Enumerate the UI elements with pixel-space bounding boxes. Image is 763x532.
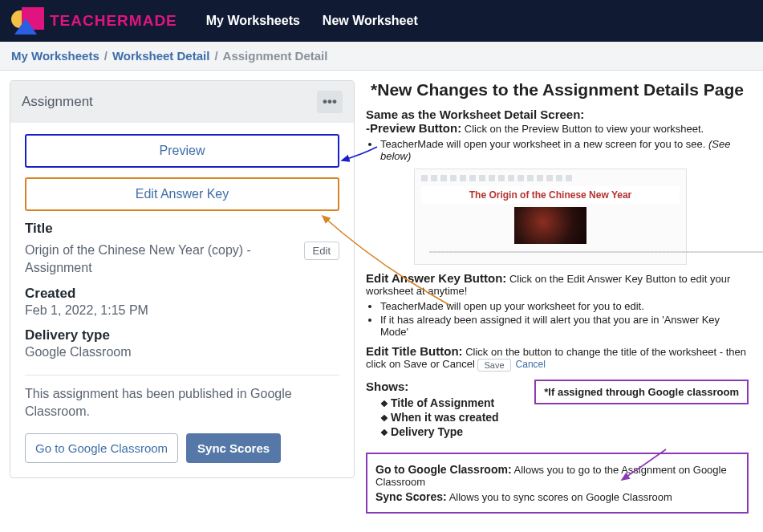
go-to-google-classroom-button[interactable]: Go to Google Classroom xyxy=(25,433,178,463)
mini-cancel-link[interactable]: Cancel xyxy=(516,359,546,372)
crumb-worksheet-detail[interactable]: Worksheet Detail xyxy=(112,49,209,63)
logo-mark-icon xyxy=(11,7,45,35)
delivery-value: Google Classroom xyxy=(25,343,339,361)
divider xyxy=(25,375,339,376)
annotations-heading: *New Changes to the Assignment Details P… xyxy=(366,80,749,99)
edit-ak-annotation-label: Edit Answer Key Button: xyxy=(366,271,506,285)
edit-title-button[interactable]: Edit xyxy=(304,242,339,260)
same-as-heading: Same as the Worksheet Detail Screen: xyxy=(366,108,749,121)
mini-toolbar-icon xyxy=(421,173,680,184)
edit-ak-bullet-1: TeacherMade will open up your worksheet … xyxy=(380,300,749,312)
preview-button[interactable]: Preview xyxy=(25,134,339,168)
created-value: Feb 1, 2022, 1:15 PM xyxy=(25,302,339,319)
edit-title-annotation-label: Edit Title Button: xyxy=(366,344,463,358)
top-nav: TEACHERMADE My Worksheets New Worksheet xyxy=(0,0,763,42)
assignment-panel: Assignment ••• Preview Edit Answer Key T… xyxy=(10,80,355,478)
panel-title: Assignment xyxy=(22,94,93,110)
shows-item-2: When it was created xyxy=(380,411,499,424)
published-note: This assignment has been published in Go… xyxy=(25,385,339,421)
go-classroom-label: Go to Google Classroom: xyxy=(375,463,512,476)
brand-logo[interactable]: TEACHERMADE xyxy=(11,7,177,35)
mini-doc-image-icon xyxy=(514,207,586,244)
nav-my-worksheets[interactable]: My Worksheets xyxy=(206,14,300,28)
ellipsis-icon: ••• xyxy=(323,94,337,110)
crumb-sep: / xyxy=(104,49,108,63)
more-menu-button[interactable]: ••• xyxy=(317,91,343,113)
title-label: Title xyxy=(25,221,339,237)
created-label: Created xyxy=(25,286,339,302)
mini-doc-title: The Origin of the Chinese New Year xyxy=(421,186,680,204)
breadcrumb: My Worksheets / Worksheet Detail / Assig… xyxy=(0,42,763,71)
preview-bullet: TeacherMade will open your worksheet in … xyxy=(380,138,749,162)
annotations-pane: *New Changes to the Assignment Details P… xyxy=(366,80,753,514)
shows-item-1: Title of Assignment xyxy=(380,396,499,409)
sync-scores-button[interactable]: Sync Scores xyxy=(186,433,281,463)
mini-save-button[interactable]: Save xyxy=(477,359,510,372)
delivery-label: Delivery type xyxy=(25,327,339,343)
crumb-current: Assignment Detail xyxy=(223,49,328,63)
purple-wide-box: Go to Google Classroom: Allows you to go… xyxy=(366,453,749,514)
nav-new-worksheet[interactable]: New Worksheet xyxy=(323,14,418,28)
edit-ak-bullet-2: If it has already been assigned it will … xyxy=(380,314,749,338)
preview-annotation-label: -Preview Button: xyxy=(366,121,461,135)
sync-scores-text: Allows you to sync scores on Google Clas… xyxy=(449,491,672,503)
crumb-sep: / xyxy=(214,49,217,63)
mini-doc-paragraph: ▁▁▁▁▁▁▁▁▁▁▁▁▁▁▁▁▁▁▁▁▁▁▁▁▁▁▁▁▁▁▁▁▁▁▁▁▁▁▁▁… xyxy=(421,247,680,253)
crumb-my-worksheets[interactable]: My Worksheets xyxy=(11,49,99,63)
sync-scores-label: Sync Scores: xyxy=(375,490,447,503)
preview-annotation-text: Click on the Preview Button to view your… xyxy=(465,123,704,135)
brand-text: TEACHERMADE xyxy=(50,12,177,30)
shows-item-3: Delivery Type xyxy=(380,425,499,438)
panel-header: Assignment ••• xyxy=(10,81,354,123)
mini-screenshot: The Origin of the Chinese New Year ▁▁▁▁▁… xyxy=(414,169,687,265)
shows-label: Shows: xyxy=(366,380,499,393)
title-value: Origin of the Chinese New Year (copy) - … xyxy=(25,242,296,278)
edit-answer-key-button[interactable]: Edit Answer Key xyxy=(25,177,339,211)
purple-note-box: *If assigned through Google classroom xyxy=(534,380,749,404)
